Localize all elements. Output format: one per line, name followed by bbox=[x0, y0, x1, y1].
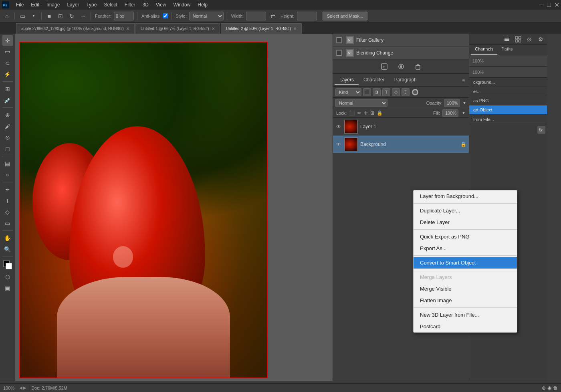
menu-edit[interactable]: Edit bbox=[28, 1, 42, 8]
heal-tool[interactable]: ⊕ bbox=[2, 110, 13, 120]
adjustment-icon-btn[interactable]: ◑ bbox=[373, 88, 381, 96]
tab-close-untitled1[interactable]: ✕ bbox=[212, 26, 215, 31]
tab-paragraph[interactable]: Paragraph bbox=[389, 75, 422, 85]
path-tool[interactable]: ◇ bbox=[2, 207, 13, 217]
antialias-checkbox[interactable] bbox=[163, 13, 168, 18]
more-options-icon[interactable]: ⊙ bbox=[525, 35, 533, 43]
tool-arrow-icon[interactable]: → bbox=[79, 12, 87, 20]
tab-untitled2[interactable]: Untitled-2 @ 50% (Layer 1, RGB/8#) ✕ bbox=[221, 23, 302, 34]
ctx-export-as[interactable]: Export As... bbox=[414, 242, 517, 254]
ctx-layer-from-background[interactable]: Layer from Background... bbox=[414, 190, 517, 202]
lock-all-icon[interactable]: 🔒 bbox=[377, 110, 383, 116]
menu-window[interactable]: Window bbox=[170, 1, 194, 8]
layers-panel-menu[interactable]: ≡ bbox=[460, 77, 467, 83]
settings-icon[interactable]: ⚙ bbox=[537, 35, 545, 43]
minimize-btn[interactable]: ─ bbox=[539, 1, 544, 8]
crop-tool[interactable]: ⊞ bbox=[2, 84, 13, 94]
paths-icon[interactable] bbox=[514, 35, 522, 43]
status-trash-icon[interactable]: 🗑 bbox=[553, 385, 558, 391]
menu-view[interactable]: View bbox=[153, 1, 170, 8]
layer-row-layer1[interactable]: 👁 Layer 1 bbox=[333, 118, 469, 135]
background-visibility-toggle[interactable]: 👁 bbox=[335, 141, 342, 148]
magic-wand-tool[interactable]: ⚡ bbox=[2, 69, 13, 79]
tool-rotate-icon[interactable]: ↻ bbox=[67, 12, 76, 20]
rp-export-png-item[interactable]: as PNG bbox=[469, 96, 547, 105]
marquee-rect-icon[interactable]: ▭ bbox=[18, 12, 27, 20]
pixel-icon-btn[interactable]: ⬛ bbox=[363, 88, 371, 96]
fill-arrow[interactable]: ▼ bbox=[462, 111, 466, 115]
create-snapshot-btn[interactable] bbox=[397, 62, 406, 71]
brush-tool[interactable]: 🖌 bbox=[2, 121, 13, 131]
eyedropper-tool[interactable]: 💉 bbox=[2, 95, 13, 105]
kind-dropdown[interactable]: Kind bbox=[335, 88, 361, 96]
channels-icon[interactable] bbox=[503, 35, 511, 43]
menu-type[interactable]: Type bbox=[83, 1, 100, 8]
smart-object-icon-btn[interactable]: ⬡ bbox=[402, 88, 410, 96]
ctx-new-3d-layer[interactable]: New 3D Layer from File... bbox=[414, 309, 517, 321]
swap-wh-icon[interactable]: ⇄ bbox=[268, 12, 277, 20]
nav-left[interactable]: ◀ bbox=[19, 386, 22, 390]
menu-filter[interactable]: Filter bbox=[121, 1, 139, 8]
select-mask-button[interactable]: Select and Mask... bbox=[323, 12, 368, 20]
blending-change-checkbox[interactable] bbox=[336, 50, 342, 56]
gradient-tool[interactable]: ▤ bbox=[2, 158, 13, 169]
eraser-tool[interactable]: ◻ bbox=[2, 143, 13, 154]
menu-help[interactable]: Help bbox=[194, 1, 211, 8]
marquee-tool[interactable]: ▭ bbox=[2, 46, 13, 57]
lock-pixels-icon[interactable]: ✏ bbox=[357, 110, 361, 116]
tool-circle-icon[interactable]: ⊡ bbox=[56, 12, 65, 20]
tab-untitled1[interactable]: Untitled-1 @ 66,7% (Layer 1, RGB/8#) ✕ bbox=[135, 23, 220, 34]
menu-image[interactable]: Image bbox=[43, 1, 63, 8]
feather-input[interactable] bbox=[114, 12, 134, 20]
zoom-tool[interactable]: 🔍 bbox=[2, 244, 13, 255]
type-icon-btn[interactable]: T bbox=[382, 88, 390, 96]
fill-input[interactable] bbox=[442, 109, 458, 117]
opacity-arrow[interactable]: ▼ bbox=[462, 101, 466, 105]
ctx-convert-smart-object[interactable]: Convert to Smart Object bbox=[414, 257, 517, 269]
rp-layer-item[interactable]: er... bbox=[469, 87, 547, 96]
tab-close-untitled2[interactable]: ✕ bbox=[293, 26, 297, 31]
home-icon[interactable]: ⌂ bbox=[2, 12, 11, 20]
ctx-duplicate-layer[interactable]: Duplicate Layer... bbox=[414, 205, 517, 216]
clone-tool[interactable]: ⊙ bbox=[2, 132, 13, 143]
menu-layer[interactable]: Layer bbox=[64, 1, 82, 8]
close-btn[interactable]: ✕ bbox=[554, 1, 559, 9]
fx-icon[interactable]: fx bbox=[537, 126, 545, 135]
rp-from-file-item[interactable]: from File... bbox=[469, 115, 547, 124]
add-layer-style-btn[interactable]: + bbox=[380, 62, 389, 71]
style-dropdown[interactable]: Normal Fixed Ratio Fixed Size bbox=[189, 12, 224, 20]
dodge-tool[interactable]: ○ bbox=[2, 170, 13, 180]
maximize-btn[interactable]: □ bbox=[547, 1, 551, 8]
ctx-delete-layer[interactable]: Delete Layer bbox=[414, 216, 517, 228]
status-link-icon[interactable]: ⊕ bbox=[542, 385, 546, 391]
paths-tab[interactable]: Paths bbox=[497, 45, 517, 55]
tab-apple[interactable]: apple-2788662_1280.jpg @ 100% (Backgroun… bbox=[16, 23, 135, 34]
width-input[interactable] bbox=[246, 12, 266, 20]
layer-row-background[interactable]: 👁 Background 🔒 bbox=[333, 135, 469, 153]
type-tool[interactable]: T bbox=[2, 196, 13, 206]
blend-mode-dropdown[interactable]: Normal Multiply Screen bbox=[335, 99, 387, 107]
move-tool[interactable]: ✛ bbox=[2, 35, 13, 46]
height-input[interactable] bbox=[297, 12, 317, 20]
color-circle-btn[interactable] bbox=[412, 89, 418, 95]
status-globe-icon[interactable]: ◉ bbox=[547, 385, 551, 391]
opacity-input[interactable] bbox=[444, 99, 460, 107]
lock-artboard-icon[interactable]: ⊞ bbox=[370, 110, 374, 116]
nav-right[interactable]: ▶ bbox=[23, 386, 26, 390]
menu-3d[interactable]: 3D bbox=[139, 1, 151, 8]
pen-tool[interactable]: ✒ bbox=[2, 184, 13, 195]
menu-select[interactable]: Select bbox=[101, 1, 120, 8]
marquee-options-icon[interactable]: ▼ bbox=[29, 12, 38, 20]
quick-mask-icon[interactable]: ⬡ bbox=[2, 272, 13, 282]
lock-transparent-icon[interactable]: ⬛ bbox=[349, 110, 355, 116]
tab-character[interactable]: Character bbox=[359, 75, 389, 85]
lasso-tool[interactable]: ⊂ bbox=[2, 58, 13, 68]
menu-file[interactable]: File bbox=[13, 1, 27, 8]
hand-tool[interactable]: ✋ bbox=[2, 233, 13, 243]
filter-gallery-checkbox[interactable] bbox=[336, 37, 342, 43]
tool-square-icon[interactable]: ■ bbox=[45, 12, 54, 20]
ctx-merge-visible[interactable]: Merge Visible bbox=[414, 283, 517, 295]
tab-layers[interactable]: Layers bbox=[335, 75, 359, 85]
screen-mode-icon[interactable]: ▣ bbox=[2, 283, 13, 293]
fg-bg-color[interactable] bbox=[3, 261, 12, 269]
